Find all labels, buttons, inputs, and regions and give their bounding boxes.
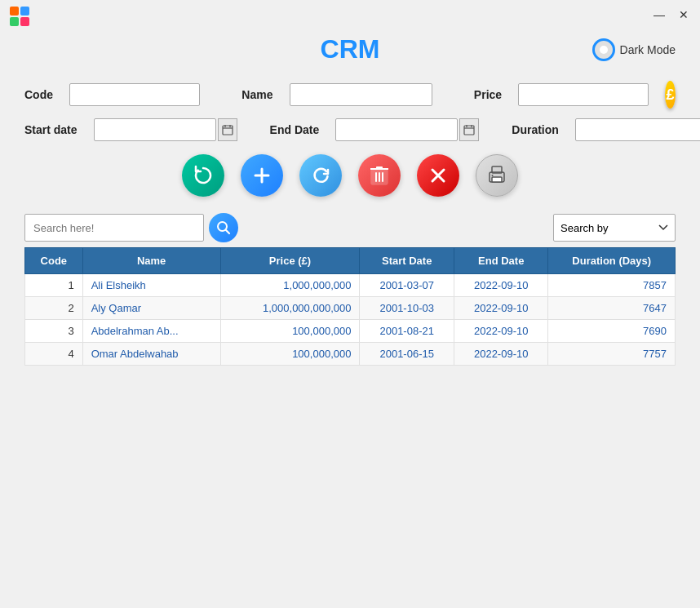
form-row-1: Code Name Price £ bbox=[24, 81, 676, 109]
toggle-inner-icon bbox=[600, 46, 608, 54]
cell-duration: 7690 bbox=[548, 320, 676, 343]
add-icon bbox=[251, 165, 272, 186]
window-controls: — ✕ bbox=[651, 7, 692, 23]
table-row[interactable]: 2 Aly Qamar 1,000,000,000,000 2001-10-03… bbox=[25, 297, 676, 320]
duration-input[interactable] bbox=[575, 118, 700, 141]
cell-duration: 7647 bbox=[548, 297, 676, 320]
refresh-icon bbox=[193, 165, 214, 186]
toggle-circle-icon bbox=[592, 38, 615, 61]
data-table: Code Name Price (£) Start Date End Date … bbox=[24, 247, 676, 366]
name-label: Name bbox=[241, 88, 272, 101]
svg-rect-16 bbox=[376, 166, 383, 169]
title-bar: — ✕ bbox=[0, 0, 700, 26]
cell-end-date: 2022-09-10 bbox=[454, 320, 548, 343]
search-input[interactable] bbox=[24, 214, 204, 242]
svg-rect-8 bbox=[464, 126, 474, 135]
start-date-calendar-button[interactable] bbox=[218, 118, 237, 141]
cell-price: 1,000,000,000 bbox=[220, 274, 360, 297]
dark-mode-toggle[interactable]: Dark Mode bbox=[592, 38, 676, 61]
minimize-button[interactable]: — bbox=[651, 7, 667, 23]
end-date-wrapper bbox=[335, 118, 479, 141]
refresh-button[interactable] bbox=[182, 154, 224, 197]
table-row[interactable]: 1 Ali Elsheikh 1,000,000,000 2001-03-07 … bbox=[25, 274, 676, 297]
delete-button[interactable] bbox=[358, 154, 401, 197]
col-duration: Duration (Days) bbox=[548, 248, 676, 274]
start-date-input[interactable] bbox=[94, 118, 216, 141]
search-button[interactable] bbox=[209, 213, 238, 242]
svg-line-27 bbox=[226, 230, 230, 234]
search-row: Search byCodeNamePriceStart DateEnd Date… bbox=[24, 213, 676, 242]
end-date-input[interactable] bbox=[335, 118, 458, 141]
dark-mode-label: Dark Mode bbox=[620, 43, 676, 56]
cell-start-date: 2001-08-21 bbox=[360, 320, 454, 343]
cell-end-date: 2022-09-10 bbox=[454, 274, 548, 297]
delete-icon bbox=[370, 165, 388, 186]
cell-start-date: 2001-10-03 bbox=[360, 297, 454, 320]
end-date-label: End Date bbox=[270, 123, 320, 136]
search-icon bbox=[216, 220, 231, 235]
table-body: 1 Ali Elsheikh 1,000,000,000 2001-03-07 … bbox=[25, 274, 676, 366]
main-window: — ✕ CRM Dark Mode Code Name bbox=[0, 0, 700, 608]
col-name: Name bbox=[82, 248, 220, 274]
code-label: Code bbox=[24, 88, 53, 101]
cell-price: 1,000,000,000,000 bbox=[220, 297, 360, 320]
price-input[interactable] bbox=[518, 83, 649, 106]
code-input[interactable] bbox=[69, 83, 200, 106]
cell-name: Abdelrahman Ab... bbox=[82, 320, 220, 343]
calendar-icon-2 bbox=[463, 124, 475, 135]
cell-start-date: 2001-03-07 bbox=[360, 274, 454, 297]
cell-name: Aly Qamar bbox=[82, 297, 220, 320]
cell-end-date: 2022-09-10 bbox=[454, 297, 548, 320]
svg-rect-0 bbox=[10, 7, 19, 16]
close-icon bbox=[429, 166, 447, 184]
cell-code: 3 bbox=[25, 320, 83, 343]
cell-price: 100,000,000 bbox=[220, 343, 360, 366]
start-date-label: Start date bbox=[24, 123, 78, 136]
col-price: Price (£) bbox=[220, 248, 360, 274]
search-by-dropdown[interactable]: Search byCodeNamePriceStart DateEnd Date… bbox=[553, 214, 676, 242]
cell-code: 2 bbox=[25, 297, 83, 320]
col-end-date: End Date bbox=[454, 248, 548, 274]
cell-name: Omar Abdelwahab bbox=[82, 343, 220, 366]
end-date-calendar-button[interactable] bbox=[459, 118, 479, 141]
table-row[interactable]: 4 Omar Abdelwahab 100,000,000 2001-06-15… bbox=[25, 343, 676, 366]
app-logo bbox=[8, 5, 31, 28]
cell-duration: 7857 bbox=[548, 274, 676, 297]
search-left bbox=[24, 213, 238, 242]
table-row[interactable]: 3 Abdelrahman Ab... 100,000,000 2001-08-… bbox=[25, 320, 676, 343]
cell-end-date: 2022-09-10 bbox=[454, 343, 548, 366]
cell-name: Ali Elsheikh bbox=[82, 274, 220, 297]
calendar-icon bbox=[222, 124, 233, 135]
svg-rect-2 bbox=[10, 17, 19, 26]
sync-icon bbox=[310, 165, 331, 186]
pound-button[interactable]: £ bbox=[665, 81, 676, 109]
svg-rect-24 bbox=[492, 177, 502, 182]
svg-point-25 bbox=[492, 175, 494, 176]
name-input[interactable] bbox=[290, 83, 432, 106]
start-date-wrapper bbox=[94, 118, 237, 141]
col-code: Code bbox=[25, 248, 83, 274]
app-content: CRM Dark Mode Code Name Price £ bbox=[0, 26, 700, 608]
cell-code: 1 bbox=[25, 274, 83, 297]
cell-code: 4 bbox=[25, 343, 83, 366]
header-row: CRM Dark Mode bbox=[24, 34, 676, 64]
toolbar bbox=[24, 154, 676, 197]
svg-rect-4 bbox=[223, 126, 233, 135]
cell-start-date: 2001-06-15 bbox=[360, 343, 454, 366]
add-button[interactable] bbox=[241, 154, 283, 197]
print-icon bbox=[486, 165, 507, 186]
print-button[interactable] bbox=[476, 154, 518, 197]
form-row-2: Start date End Date bbox=[24, 118, 676, 141]
page-title: CRM bbox=[241, 34, 459, 64]
sync-button[interactable] bbox=[299, 154, 342, 197]
price-label: Price bbox=[474, 88, 502, 101]
table-header-row: Code Name Price (£) Start Date End Date … bbox=[25, 248, 676, 274]
cell-price: 100,000,000 bbox=[220, 320, 360, 343]
svg-rect-3 bbox=[20, 17, 29, 26]
svg-rect-1 bbox=[20, 7, 29, 16]
cancel-button[interactable] bbox=[417, 154, 459, 197]
close-button[interactable]: ✕ bbox=[676, 7, 692, 23]
duration-label: Duration bbox=[512, 123, 559, 136]
col-start-date: Start Date bbox=[360, 248, 454, 274]
cell-duration: 7757 bbox=[548, 343, 676, 366]
